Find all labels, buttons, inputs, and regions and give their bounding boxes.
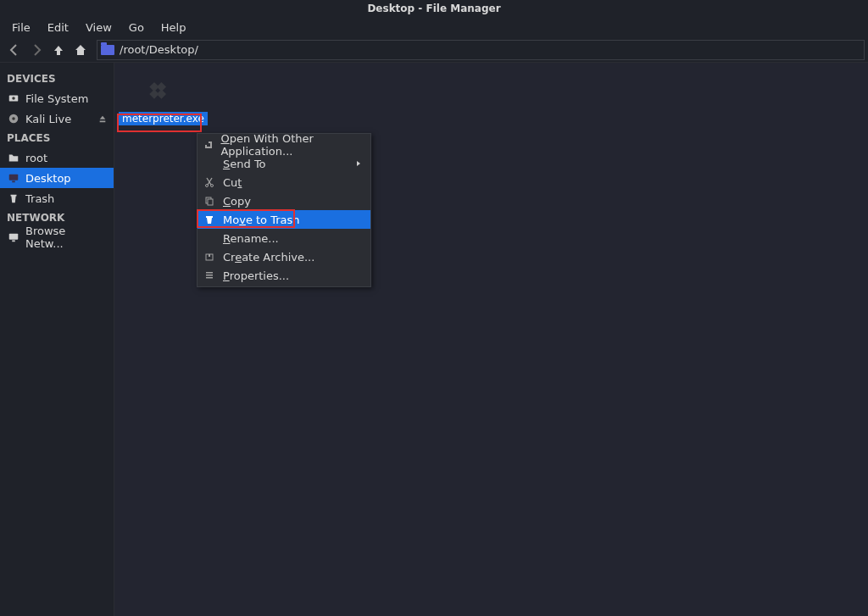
sidebar-item-label: Browse Netw... (25, 225, 107, 250)
home-button[interactable] (70, 39, 92, 61)
sidebar-header-devices: DEVICES (0, 69, 114, 88)
main-area: DEVICES File System Kali Live PLACES roo… (0, 63, 868, 616)
svg-point-12 (206, 185, 209, 187)
ctx-label: Create Archive... (223, 251, 314, 264)
svg-rect-18 (206, 272, 213, 274)
toolbar: /root/Desktop/ (0, 37, 868, 63)
svg-rect-4 (9, 175, 19, 180)
trash-icon (203, 213, 216, 226)
back-button[interactable] (3, 39, 25, 61)
svg-point-13 (211, 185, 214, 187)
cut-icon (203, 175, 216, 189)
menu-go[interactable]: Go (120, 19, 153, 36)
ctx-copy[interactable]: Copy (198, 191, 370, 210)
ctx-label: Cut (223, 176, 242, 189)
launch-icon (203, 138, 214, 152)
forward-button[interactable] (25, 39, 47, 61)
window-titlebar: Desktop - File Manager (0, 0, 868, 17)
svg-rect-15 (208, 199, 213, 205)
ctx-label: Send To (223, 158, 266, 170)
blank-icon (203, 231, 216, 245)
sidebar-item-label: File System (25, 92, 88, 105)
copy-icon (203, 194, 216, 208)
desktop-icon (7, 171, 20, 185)
drive-icon (7, 92, 20, 105)
svg-rect-7 (12, 241, 15, 242)
disc-icon (7, 112, 20, 125)
ctx-label: Move to Trash (223, 214, 300, 226)
path-field[interactable]: /root/Desktop/ (97, 40, 865, 60)
ctx-move-to-trash[interactable]: Move to Trash (198, 210, 370, 229)
executable-icon (140, 68, 181, 108)
window-title: Desktop - File Manager (367, 3, 500, 14)
ctx-label: Rename... (223, 232, 279, 245)
submenu-arrow-icon (355, 160, 362, 167)
sidebar-item-label: root (25, 152, 47, 164)
path-text: /root/Desktop/ (120, 43, 198, 56)
file-label: meterpreter.exe (119, 112, 208, 125)
network-icon (7, 230, 20, 244)
ctx-rename[interactable]: Rename... (198, 229, 370, 247)
svg-point-3 (12, 117, 15, 120)
ctx-cut[interactable]: Cut (198, 173, 370, 191)
sidebar-header-places: PLACES (0, 129, 114, 147)
ctx-create-archive[interactable]: Create Archive... (198, 247, 370, 266)
sidebar-item-label: Trash (25, 192, 54, 205)
eject-icon[interactable] (98, 114, 107, 123)
svg-rect-6 (9, 234, 19, 240)
svg-rect-5 (12, 181, 15, 183)
properties-icon (203, 269, 216, 282)
svg-rect-10 (157, 82, 166, 92)
ctx-open-with[interactable]: Open With Other Application... (198, 136, 370, 154)
ctx-label: Copy (223, 195, 251, 208)
menubar: File Edit View Go Help (0, 17, 868, 37)
svg-rect-19 (206, 275, 213, 276)
sidebar-item-label: Kali Live (25, 113, 71, 125)
sidebar-item-root[interactable]: root (0, 147, 114, 168)
file-item[interactable]: meterpreter.exe (119, 68, 202, 125)
svg-rect-20 (206, 277, 213, 279)
sidebar-item-label: Desktop (25, 172, 71, 185)
sidebar-item-desktop[interactable]: Desktop (0, 168, 114, 188)
menu-help[interactable]: Help (153, 19, 195, 36)
sidebar-item-filesystem[interactable]: File System (0, 88, 114, 108)
folder-icon (101, 45, 114, 55)
sidebar-item-kalilive[interactable]: Kali Live (0, 108, 114, 129)
archive-icon (203, 250, 216, 264)
menu-view[interactable]: View (77, 19, 120, 36)
folder-icon (7, 151, 20, 164)
ctx-properties[interactable]: Properties... (198, 266, 370, 285)
ctx-label: Properties... (223, 269, 289, 282)
menu-file[interactable]: File (3, 19, 39, 36)
svg-point-1 (12, 97, 15, 100)
svg-rect-11 (149, 89, 159, 98)
sidebar-item-trash[interactable]: Trash (0, 188, 114, 208)
sidebar: DEVICES File System Kali Live PLACES roo… (0, 63, 114, 616)
ctx-send-to[interactable]: Send To (198, 154, 370, 173)
menu-edit[interactable]: Edit (39, 19, 77, 36)
sidebar-item-browse-network[interactable]: Browse Netw... (0, 227, 114, 247)
context-menu: Open With Other Application... Send To C… (197, 133, 371, 287)
trash-icon (7, 191, 20, 205)
svg-rect-17 (209, 254, 210, 257)
blank-icon (203, 157, 216, 170)
up-button[interactable] (47, 39, 70, 61)
